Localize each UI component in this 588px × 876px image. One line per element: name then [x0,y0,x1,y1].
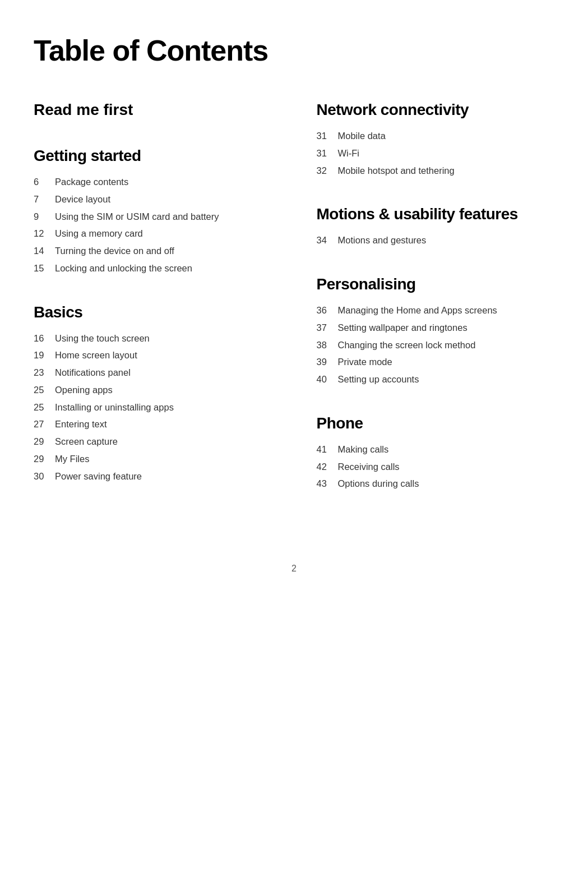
left-column: Read me first Getting started 6 Package … [34,101,294,519]
getting-started-title: Getting started [34,147,272,165]
section-read-me-first: Read me first [34,101,272,119]
section-network-connectivity: Network connectivity 31 Mobile data 31 W… [317,101,555,177]
page-number: 31 [317,146,338,160]
toc-item: 39 Private mode [317,355,555,369]
toc-label: Turning the device on and off [55,244,174,258]
page-number: 29 [34,452,55,466]
toc-item: 38 Changing the screen lock method [317,338,555,352]
toc-label: Receiving calls [338,460,400,474]
toc-label: Screen capture [55,435,118,449]
page-number: 43 [317,477,338,491]
toc-item: 27 Entering text [34,417,272,431]
toc-item: 15 Locking and unlocking the screen [34,261,272,275]
motions-usability-title: Motions & usability features [317,205,555,223]
toc-item: 32 Mobile hotspot and tethering [317,164,555,178]
page-number: 6 [34,175,55,189]
toc-item: 16 Using the touch screen [34,331,272,345]
personalising-title: Personalising [317,275,555,293]
toc-label: Private mode [338,355,392,369]
basics-title: Basics [34,303,272,321]
page-number: 36 [317,303,338,317]
page-number: 38 [317,338,338,352]
toc-item: 29 Screen capture [34,435,272,449]
toc-item: 7 Device layout [34,192,272,206]
toc-label: Opening apps [55,383,113,397]
toc-item: 25 Opening apps [34,383,272,397]
toc-item: 19 Home screen layout [34,348,272,362]
page-number: 19 [34,348,55,362]
network-connectivity-title: Network connectivity [317,101,555,119]
toc-label: Package contents [55,175,128,189]
toc-label: Home screen layout [55,348,137,362]
section-phone: Phone 41 Making calls 42 Receiving calls… [317,414,555,491]
page-number: 12 [34,227,55,241]
toc-label: My Files [55,452,89,466]
toc-label: Power saving feature [55,469,142,483]
toc-label: Notifications panel [55,366,131,380]
read-me-first-title: Read me first [34,101,272,119]
right-column: Network connectivity 31 Mobile data 31 W… [294,101,555,519]
toc-label: Using the SIM or USIM card and battery [55,210,219,224]
page-number: 27 [34,417,55,431]
toc-item: 6 Package contents [34,175,272,189]
toc-item: 23 Notifications panel [34,366,272,380]
page-number: 39 [317,355,338,369]
section-motions-usability: Motions & usability features 34 Motions … [317,205,555,247]
page-title: Table of Contents [34,34,554,67]
toc-item: 37 Setting wallpaper and ringtones [317,321,555,335]
toc-label: Making calls [338,442,389,457]
section-personalising: Personalising 36 Managing the Home and A… [317,275,555,386]
toc-label: Using a memory card [55,227,143,241]
page-number: 37 [317,321,338,335]
toc-item: 30 Power saving feature [34,469,272,483]
page-number: 9 [34,210,55,224]
toc-label: Wi-Fi [338,146,359,160]
page-number: 29 [34,435,55,449]
toc-item: 9 Using the SIM or USIM card and battery [34,210,272,224]
toc-item: 41 Making calls [317,442,555,457]
toc-item: 14 Turning the device on and off [34,244,272,258]
toc-item: 43 Options during calls [317,477,555,491]
page-footer: 2 [34,564,554,574]
phone-title: Phone [317,414,555,432]
page-number: 14 [34,244,55,258]
page-number: 31 [317,129,338,143]
toc-label: Mobile hotspot and tethering [338,164,455,178]
page-number: 42 [317,460,338,474]
page-number: 15 [34,261,55,275]
page-number: 7 [34,192,55,206]
page-number: 40 [317,372,338,386]
toc-item: 12 Using a memory card [34,227,272,241]
page-number: 16 [34,331,55,345]
toc-item: 31 Mobile data [317,129,555,143]
toc-label: Motions and gestures [338,233,427,247]
toc-label: Entering text [55,417,107,431]
toc-label: Device layout [55,192,110,206]
toc-label: Locking and unlocking the screen [55,261,192,275]
page-number: 25 [34,400,55,414]
toc-item: 29 My Files [34,452,272,466]
toc-label: Using the touch screen [55,331,150,345]
section-basics: Basics 16 Using the touch screen 19 Home… [34,303,272,483]
toc-label: Installing or uninstalling apps [55,400,174,414]
toc-item: 31 Wi-Fi [317,146,555,160]
page-number: 32 [317,164,338,178]
toc-item: 36 Managing the Home and Apps screens [317,303,555,317]
toc-item: 42 Receiving calls [317,460,555,474]
toc-item: 34 Motions and gestures [317,233,555,247]
toc-label: Options during calls [338,477,419,491]
page-number: 30 [34,469,55,483]
page-number: 34 [317,233,338,247]
toc-item: 40 Setting up accounts [317,372,555,386]
toc-label: Managing the Home and Apps screens [338,303,497,317]
page-number: 23 [34,366,55,380]
toc-label: Changing the screen lock method [338,338,476,352]
toc-item: 25 Installing or uninstalling apps [34,400,272,414]
page-number: 25 [34,383,55,397]
section-getting-started: Getting started 6 Package contents 7 Dev… [34,147,272,275]
page-number: 41 [317,442,338,457]
toc-label: Mobile data [338,129,386,143]
toc-label: Setting wallpaper and ringtones [338,321,467,335]
toc-label: Setting up accounts [338,372,419,386]
